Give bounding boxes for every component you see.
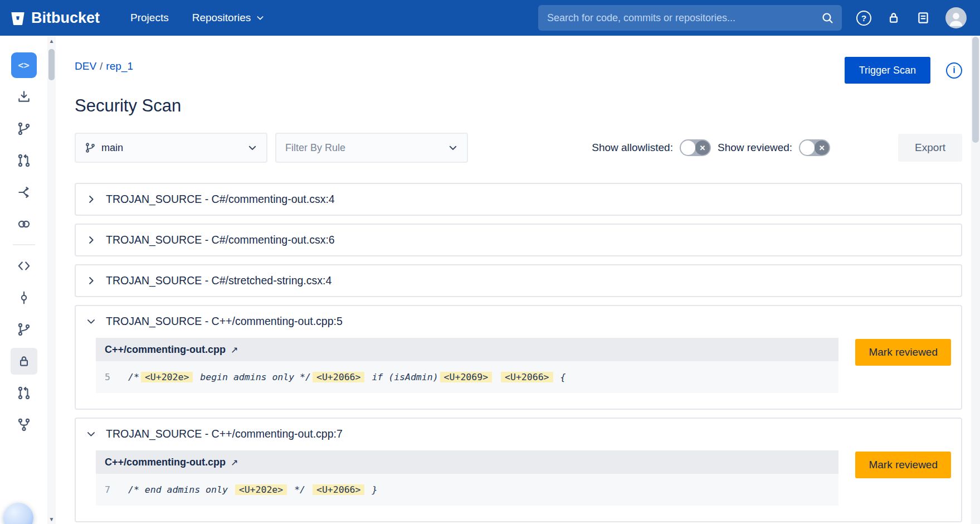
export-button[interactable]: Export <box>898 134 962 162</box>
filter-controls: main Filter By Rule Show allowlisted: ✕ … <box>75 133 962 163</box>
sidebar-item-branches[interactable] <box>0 113 47 144</box>
bitbucket-logo-icon <box>10 10 26 26</box>
breadcrumb-repo-link[interactable]: rep_1 <box>106 60 133 72</box>
finding-title: TROJAN_SOURCE - C#/commenting-out.csx:4 <box>106 193 335 206</box>
code-text: /* end admins only <U+202e> */ <U+2066> … <box>128 484 377 495</box>
chevron-right-icon[interactable] <box>86 194 96 205</box>
sidebar-scroll-track[interactable] <box>47 46 56 514</box>
arrow-down-glyph: ▼ <box>49 516 55 522</box>
trigger-scan-button[interactable]: Trigger Scan <box>845 57 930 84</box>
file-name: C++/commenting-out.cpp <box>105 344 226 356</box>
bitbucket-home-link[interactable]: Bitbucket <box>10 9 100 27</box>
finding-header[interactable]: TROJAN_SOURCE - C#/commenting-out.csx:4 <box>76 184 961 215</box>
finding-item: TROJAN_SOURCE - C++/commenting-out.cpp:5… <box>75 305 962 410</box>
show-allowlisted-toggle[interactable]: ✕ <box>680 139 711 156</box>
external-link-icon: ↗ <box>231 345 238 355</box>
main-content: DEV/rep_1 Trigger Scan i Security Scan m… <box>56 36 971 524</box>
unicode-highlight: <U+2066> <box>313 484 364 495</box>
finding-title: TROJAN_SOURCE - C++/commenting-out.cpp:7 <box>106 428 343 440</box>
unicode-highlight: <U+202e> <box>141 372 193 382</box>
mark-reviewed-button[interactable]: Mark reviewed <box>855 339 951 366</box>
branch-icon <box>85 142 96 153</box>
left-sidebar: <> <box>0 36 56 524</box>
file-link[interactable]: C++/commenting-out.cpp↗ <box>96 338 838 361</box>
code-card: C++/commenting-out.cpp↗5/*<U+202e> begin… <box>96 338 838 393</box>
page-scroll-thumb[interactable] <box>972 37 979 143</box>
finding-header[interactable]: TROJAN_SOURCE - C#/stretched-string.csx:… <box>76 265 961 296</box>
chevron-down-icon <box>448 143 458 153</box>
sidebar-item-forks[interactable] <box>0 409 47 440</box>
info-icon[interactable]: i <box>946 62 962 79</box>
help-glyph: ? <box>861 13 866 23</box>
global-search <box>538 5 842 31</box>
sidebar-item-commits[interactable] <box>0 282 47 313</box>
sidebar-item-security-scan[interactable] <box>0 345 47 377</box>
chevron-down-icon[interactable] <box>86 429 96 439</box>
finding-header[interactable]: TROJAN_SOURCE - C++/commenting-out.cpp:5 <box>76 306 961 337</box>
code-segment: begin admins only */ <box>194 372 311 382</box>
scroll-up-arrow[interactable]: ▲ <box>47 36 56 46</box>
finding-body: C++/commenting-out.cpp↗7/* end admins on… <box>76 449 961 521</box>
nav-repositories[interactable]: Repositories <box>181 12 277 24</box>
feedback-icon[interactable] <box>916 11 930 25</box>
finding-header[interactable]: TROJAN_SOURCE - C#/commenting-out.csx:6 <box>76 225 961 255</box>
unicode-highlight: <U+202e> <box>235 484 287 495</box>
mark-reviewed-button[interactable]: Mark reviewed <box>855 452 951 478</box>
search-input[interactable] <box>538 5 842 31</box>
sidebar-item-pipelines[interactable] <box>0 176 47 208</box>
sidebar-scrollbar[interactable]: ▲ ▼ <box>47 36 56 524</box>
code-segment <box>494 372 499 382</box>
sidebar-scroll-thumb[interactable] <box>48 49 55 80</box>
finding-item: TROJAN_SOURCE - C#/commenting-out.csx:6 <box>75 224 962 256</box>
sidebar-item-deployments[interactable] <box>0 208 47 240</box>
branch-selected-value: main <box>101 142 247 154</box>
finding-header[interactable]: TROJAN_SOURCE - C++/commenting-out.cpp:7 <box>76 419 961 449</box>
scroll-down-arrow[interactable]: ▼ <box>47 514 56 524</box>
page-actions: Trigger Scan i <box>845 57 962 84</box>
code-segment: */ <box>289 484 311 495</box>
help-icon[interactable]: ? <box>856 11 871 26</box>
code-card: C++/commenting-out.cpp↗7/* end admins on… <box>96 450 838 506</box>
show-reviewed-label: Show reviewed: <box>718 142 792 154</box>
sidebar-item-clone[interactable] <box>0 81 47 113</box>
security-scan-selected-highlight <box>11 348 37 375</box>
sidebar-item-branch-list[interactable] <box>0 313 47 345</box>
sidebar-item-pull-requests[interactable] <box>0 144 47 176</box>
unicode-highlight: <U+2066> <box>313 372 364 382</box>
nav-projects-label: Projects <box>130 12 169 24</box>
filter-placeholder: Filter By Rule <box>285 142 448 154</box>
page-scrollbar[interactable] <box>971 36 980 524</box>
finding-body: C++/commenting-out.cpp↗5/*<U+202e> begin… <box>76 337 961 409</box>
breadcrumb-project-link[interactable]: DEV <box>75 60 96 72</box>
show-reviewed-toggle[interactable]: ✕ <box>799 139 830 156</box>
chevron-right-icon[interactable] <box>86 235 96 245</box>
person-icon <box>947 9 966 28</box>
code-line: 5/*<U+202e> begin admins only */<U+2066>… <box>96 361 838 393</box>
code-segment: } <box>366 484 377 495</box>
sidebar-item-pull-request-2[interactable] <box>0 377 47 409</box>
primary-nav: Projects Repositories <box>119 12 276 24</box>
repo-glyph: <> <box>18 60 29 71</box>
nav-projects[interactable]: Projects <box>119 12 181 24</box>
search-icon[interactable] <box>821 11 834 25</box>
filter-by-rule-selector[interactable]: Filter By Rule <box>275 133 468 163</box>
code-segment: /* <box>128 372 139 382</box>
sidebar-item-source[interactable] <box>0 250 47 282</box>
branch-selector[interactable]: main <box>75 133 267 163</box>
user-avatar[interactable] <box>945 7 967 28</box>
lock-icon[interactable] <box>886 11 901 25</box>
sidebar-item-repository[interactable]: <> <box>0 49 47 81</box>
toggle-off-icon: ✕ <box>815 140 829 155</box>
page-header-row: DEV/rep_1 Trigger Scan i <box>75 57 962 84</box>
source-code-icon <box>17 259 31 273</box>
chevron-down-icon[interactable] <box>86 316 96 327</box>
file-link[interactable]: C++/commenting-out.cpp↗ <box>96 450 838 474</box>
line-number: 5 <box>105 372 111 382</box>
chevron-right-icon[interactable] <box>86 275 96 286</box>
commit-icon <box>17 290 31 305</box>
info-glyph: i <box>953 65 955 75</box>
unicode-highlight: <U+2066> <box>501 372 553 382</box>
arrow-up-glyph: ▲ <box>49 38 55 44</box>
page-title: Security Scan <box>75 96 962 116</box>
finding-item: TROJAN_SOURCE - C++/commenting-out.cpp:7… <box>75 418 962 522</box>
